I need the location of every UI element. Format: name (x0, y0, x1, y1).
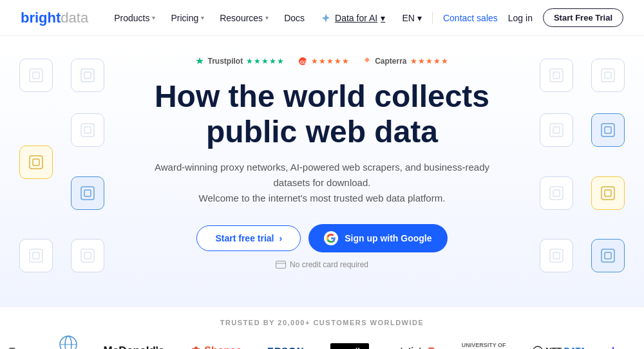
united-nations-logo: UnitedNations (46, 335, 90, 349)
logo-data: data (61, 10, 88, 26)
trustpilot-rating: Trustpilot ★★★★★ (195, 57, 285, 66)
google-signup-button[interactable]: Sign up with Google (308, 224, 447, 252)
nav-pricing[interactable]: Pricing ▾ (171, 13, 204, 23)
deco-block-blue (71, 176, 104, 210)
mcdonalds-logo: McDonald's (91, 344, 178, 349)
ntt-data-logo: NTT DATA (520, 346, 599, 349)
logo[interactable]: bright data (21, 10, 88, 26)
deco-block-blue (591, 113, 625, 147)
svg-point-37 (533, 346, 542, 349)
deco-block (19, 59, 53, 92)
cta-row: Start free trial › Sign up with Google (196, 224, 447, 252)
statista-logo: statista ⧉ (382, 345, 448, 349)
svg-rect-10 (30, 249, 43, 262)
svg-rect-3 (84, 72, 91, 79)
hero-title: How the world collects public web data (155, 79, 489, 149)
start-free-trial-button[interactable]: Start Free Trial (543, 8, 623, 27)
ai-sparkle-icon (320, 12, 332, 24)
svg-point-34 (60, 336, 77, 349)
nav-resources[interactable]: Resources ▾ (220, 13, 269, 23)
deco-block (540, 59, 573, 92)
deco-block-gold (19, 146, 53, 179)
oxford-logo: UNIVERSITY OF OXFORD (448, 342, 519, 349)
karma-logo: karma (599, 345, 644, 349)
ratings-bar: Trustpilot ★★★★★ G2 ★★★★★ Capterra ★★★★★ (195, 57, 448, 66)
svg-rect-5 (33, 159, 39, 165)
svg-point-35 (65, 336, 71, 349)
deco-block-gold (591, 176, 625, 210)
svg-rect-18 (601, 124, 614, 137)
login-link[interactable]: Log in (508, 13, 533, 23)
deco-block (71, 59, 104, 92)
svg-rect-22 (550, 187, 563, 200)
chevron-down-icon: ▾ (381, 13, 385, 23)
hero-content: Trustpilot ★★★★★ G2 ★★★★★ Capterra ★★★★★… (142, 57, 502, 269)
svg-rect-13 (84, 252, 91, 259)
arrow-right-icon: › (279, 233, 283, 243)
svg-rect-29 (605, 252, 611, 259)
svg-rect-20 (550, 124, 563, 137)
contact-sales-link[interactable]: Contact sales (443, 13, 498, 23)
deco-block (71, 239, 104, 272)
g2-rating: G2 ★★★★★ (298, 57, 350, 66)
svg-rect-1 (33, 72, 39, 79)
svg-rect-28 (601, 249, 614, 262)
svg-rect-27 (553, 252, 560, 259)
deco-block-blue (591, 239, 625, 272)
deco-block (540, 176, 573, 210)
chevron-down-icon: ▾ (152, 14, 155, 21)
etoro-logo: eToro♠ (0, 345, 46, 349)
deco-block (540, 113, 573, 147)
trusted-bar: TRUSTED BY 20,000+ CUSTOMERS WORLDWIDE e… (0, 307, 644, 349)
nav-links: Products ▾ Pricing ▾ Resources ▾ Docs Da… (114, 12, 402, 24)
epson-logo: EPSON (254, 345, 317, 349)
shopee-logo: Shopee (177, 345, 254, 349)
svg-rect-2 (81, 69, 94, 82)
svg-rect-12 (81, 249, 94, 262)
svg-rect-7 (84, 127, 91, 133)
svg-rect-15 (553, 72, 560, 79)
deco-block (591, 59, 625, 92)
google-icon (324, 231, 338, 245)
svg-rect-17 (605, 72, 611, 79)
svg-rect-8 (81, 187, 94, 200)
deco-block (19, 239, 53, 272)
svg-rect-21 (553, 127, 560, 133)
navbar: bright data Products ▾ Pricing ▾ Resourc… (0, 0, 644, 36)
svg-rect-4 (30, 156, 43, 169)
nav-divider (432, 12, 433, 24)
start-trial-button[interactable]: Start free trial › (196, 225, 301, 251)
svg-rect-14 (550, 69, 563, 82)
svg-text:G2: G2 (300, 59, 307, 65)
svg-rect-16 (601, 69, 614, 82)
svg-rect-25 (605, 190, 611, 196)
svg-rect-23 (553, 190, 560, 196)
deco-block (71, 113, 104, 147)
nav-docs[interactable]: Docs (284, 13, 305, 23)
nav-data-for-ai[interactable]: Data for AI ▾ (320, 12, 385, 24)
hero-section: Trustpilot ★★★★★ G2 ★★★★★ Capterra ★★★★★… (0, 36, 644, 307)
svg-rect-24 (601, 187, 614, 200)
no-credit-card-notice: No credit card required (276, 260, 368, 269)
hero-subtitle: Award-winning proxy networks, AI-powered… (142, 160, 502, 206)
deco-block (540, 239, 573, 272)
svg-rect-6 (81, 124, 94, 137)
language-selector[interactable]: EN ▾ (402, 13, 422, 23)
chevron-down-icon: ▾ (417, 13, 422, 23)
nav-products[interactable]: Products ▾ (114, 13, 155, 23)
capterra-rating: Capterra ★★★★★ (363, 57, 448, 66)
svg-rect-32 (276, 261, 285, 269)
trusted-label: TRUSTED BY 20,000+ CUSTOMERS WORLDWIDE (0, 319, 644, 326)
svg-rect-0 (30, 69, 43, 82)
chevron-down-icon: ▾ (201, 14, 204, 21)
chevron-down-icon: ▾ (265, 14, 269, 21)
nav-right: EN ▾ Contact sales Log in Start Free Tri… (402, 8, 623, 27)
logo-bright: bright (21, 10, 61, 26)
svg-rect-11 (33, 252, 39, 259)
svg-rect-9 (84, 190, 91, 196)
trusted-logos-row: eToro♠ UnitedNations McDonald's Shopee E… (0, 335, 644, 349)
mozilla-logo: moz://a (317, 343, 383, 349)
svg-rect-19 (605, 127, 611, 133)
svg-rect-26 (550, 249, 563, 262)
